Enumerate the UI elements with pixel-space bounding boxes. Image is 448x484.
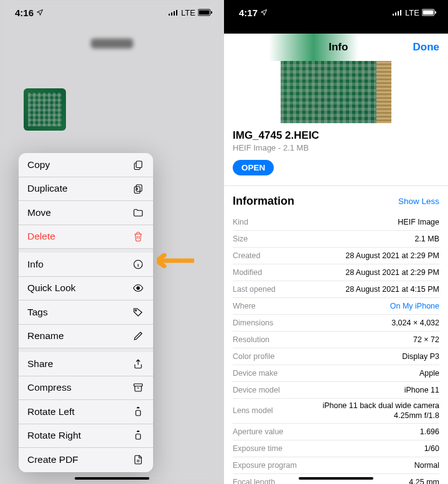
- file-name: IMG_4745 2.HEIC: [233, 129, 439, 142]
- menu-label: Move: [27, 207, 51, 218]
- info-label: Resolution: [233, 335, 269, 344]
- svg-rect-3: [176, 10, 177, 16]
- svg-rect-17: [395, 12, 396, 16]
- info-value: 1/60: [424, 444, 439, 453]
- info-value: 28 August 2021 at 4:15 PM: [345, 285, 439, 294]
- menu-copy[interactable]: Copy: [19, 153, 153, 177]
- svg-rect-1: [171, 12, 172, 16]
- signal-icon: [393, 9, 403, 16]
- info-label: Device make: [233, 369, 278, 378]
- menu-create-pdf[interactable]: Create PDF: [19, 448, 153, 472]
- menu-compress[interactable]: Compress: [19, 376, 153, 401]
- info-value: 28 August 2021 at 2:29 PM: [345, 268, 439, 277]
- sheet-header: Info Done: [224, 34, 448, 61]
- row-lensmodel: Lens modeliPhone 11 back dual wide camer…: [233, 399, 439, 424]
- svg-rect-18: [398, 11, 399, 16]
- menu-label: Rotate Left: [27, 406, 75, 417]
- status-network: LTE: [181, 8, 195, 17]
- archive-icon: [132, 381, 144, 394]
- menu-share[interactable]: Share: [19, 352, 153, 376]
- svg-rect-15: [136, 434, 141, 439]
- show-less-button[interactable]: Show Less: [398, 197, 439, 206]
- svg-rect-22: [435, 11, 436, 14]
- info-label: Exposure time: [233, 444, 282, 453]
- status-time: 4:16: [15, 7, 34, 18]
- share-icon: [132, 358, 144, 370]
- info-value: Display P3: [402, 352, 439, 361]
- menu-label: Rotate Right: [27, 430, 81, 441]
- copy-icon: [132, 159, 144, 171]
- info-label: Size: [233, 235, 248, 243]
- info-value: Apple: [419, 369, 439, 378]
- location-icon: [260, 9, 268, 16]
- info-label: Created: [233, 251, 260, 260]
- file-preview[interactable]: [281, 61, 391, 123]
- document-icon: [132, 454, 144, 466]
- menu-delete[interactable]: Delete: [19, 225, 153, 249]
- file-thumbnail[interactable]: [24, 88, 66, 131]
- menu-rotate-left[interactable]: Rotate Left: [19, 400, 153, 424]
- open-button[interactable]: OPEN: [233, 160, 274, 175]
- menu-duplicate[interactable]: Duplicate: [19, 177, 153, 202]
- svg-point-12: [135, 310, 136, 311]
- right-screenshot: 4:17 LTE Info Done IMG_4745 2.HEIC HEIF …: [224, 0, 448, 484]
- menu-label: Quick Look: [27, 282, 76, 294]
- menu-quicklook[interactable]: Quick Look: [19, 277, 153, 301]
- info-value: 2.1 MB: [414, 235, 439, 243]
- svg-rect-19: [400, 10, 401, 16]
- eye-icon: [132, 282, 144, 294]
- menu-rename[interactable]: Rename: [19, 325, 153, 349]
- info-value: HEIF Image: [398, 218, 439, 226]
- status-bar: 4:16 LTE: [0, 0, 224, 25]
- blur-title-placeholder: [91, 39, 133, 49]
- section-header: Information Show Less: [224, 186, 448, 214]
- duplicate-icon: [132, 182, 144, 195]
- preview-wrap: [224, 61, 448, 123]
- menu-label: Info: [27, 259, 44, 270]
- info-label: Device model: [233, 386, 280, 394]
- sheet-title: Info: [329, 41, 348, 54]
- info-value: Normal: [414, 461, 439, 470]
- status-time: 4:17: [239, 7, 258, 18]
- info-icon: [132, 258, 144, 271]
- home-indicator[interactable]: [75, 477, 149, 480]
- done-button[interactable]: Done: [413, 41, 440, 54]
- rotate-left-icon: [132, 406, 144, 418]
- menu-label: Create PDF: [27, 454, 78, 465]
- row-size: Size2.1 MB: [233, 231, 439, 248]
- info-label: Last opened: [233, 285, 276, 294]
- menu-label: Tags: [27, 307, 48, 318]
- info-value: iPhone 11 back dual wide camera 4.25mm f…: [315, 401, 439, 421]
- info-label: Lens model: [233, 406, 273, 415]
- svg-rect-16: [393, 14, 394, 16]
- row-where: WhereOn My iPhone: [233, 298, 439, 315]
- callout-arrow: [157, 253, 194, 268]
- info-label: Focal length: [233, 478, 275, 484]
- home-indicator[interactable]: [299, 477, 373, 480]
- info-value[interactable]: On My iPhone: [390, 302, 439, 310]
- status-network: LTE: [405, 8, 419, 17]
- left-screenshot: 4:16 LTE Copy Duplicate Move Delete: [0, 0, 224, 484]
- svg-rect-14: [136, 411, 141, 416]
- status-bar: 4:17 LTE: [224, 0, 448, 25]
- menu-rotate-right[interactable]: Rotate Right: [19, 424, 153, 449]
- menu-label: Compress: [27, 382, 72, 393]
- info-label: Exposure program: [233, 461, 297, 470]
- menu-move[interactable]: Move: [19, 201, 153, 225]
- info-label: Aperture value: [233, 427, 283, 436]
- row-exposureprogram: Exposure programNormal: [233, 457, 439, 474]
- info-label: Kind: [233, 218, 248, 226]
- row-lastopened: Last opened28 August 2021 at 4:15 PM: [233, 281, 439, 298]
- menu-label: Duplicate: [27, 183, 68, 194]
- menu-info[interactable]: Info: [19, 253, 153, 277]
- row-devicemake: Device makeApple: [233, 365, 439, 382]
- svg-rect-2: [174, 11, 175, 16]
- menu-label: Rename: [27, 330, 64, 342]
- menu-tags[interactable]: Tags: [19, 300, 153, 325]
- rotate-right-icon: [132, 429, 144, 442]
- info-value: 72 × 72: [413, 335, 439, 344]
- row-exposuretime: Exposure time1/60: [233, 440, 439, 457]
- battery-icon: [422, 9, 437, 16]
- pencil-icon: [132, 330, 144, 342]
- info-label: Dimensions: [233, 319, 273, 327]
